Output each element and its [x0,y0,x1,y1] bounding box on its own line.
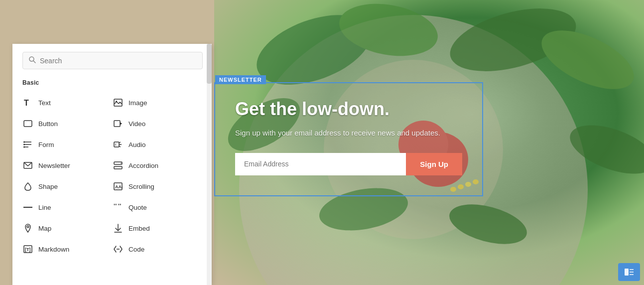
element-video[interactable]: Video [113,113,203,134]
code-label: Code [129,246,144,253]
newsletter-form: Sign Up [235,153,462,175]
form-label: Form [38,141,54,148]
svg-rect-20 [24,121,32,127]
image-icon [113,97,124,108]
markdown-icon: [T] [22,244,33,255]
newsletter-email-input[interactable] [235,153,406,175]
element-shape[interactable]: Shape [22,176,113,197]
svg-marker-22 [120,122,122,125]
line-icon [22,202,33,213]
code-icon [113,244,124,255]
video-label: Video [129,120,145,128]
element-accordion[interactable]: Accordion [113,155,203,176]
svg-text:f: f [115,142,117,147]
element-image[interactable]: Image [113,92,203,113]
svg-rect-21 [114,121,120,127]
scrollbar-track[interactable] [207,44,212,285]
panel-content: Basic T Text Image [12,44,212,268]
svg-text:": " [114,204,117,211]
element-text[interactable]: T Text [22,92,113,113]
scrollbar-thumb[interactable] [207,44,212,84]
svg-line-16 [33,61,35,63]
form-icon [22,139,33,150]
svg-point-28 [23,146,25,148]
element-embed[interactable]: Embed [113,218,203,239]
audio-label: Audio [129,141,146,148]
svg-point-5 [564,116,644,184]
search-icon [29,56,36,65]
newsletter-description: Sign up with your email address to recei… [235,128,462,139]
elements-panel: Basic T Text Image [12,44,212,285]
line-label: Line [38,204,51,211]
quote-label: Quote [129,204,147,211]
embed-icon [113,223,124,234]
button-icon [22,118,33,129]
shape-icon [22,181,33,192]
video-icon [113,118,124,129]
text-icon: T [22,97,33,108]
element-form[interactable]: Form [22,134,113,155]
svg-text:AAA: AAA [115,184,123,189]
newsletter-icon [22,160,33,171]
newsletter-signup-button[interactable]: Sign Up [406,153,462,175]
layout-toggle-button[interactable] [618,263,640,281]
scrolling-label: Scrolling [129,183,154,190]
svg-text:[T]: [T] [25,247,31,252]
svg-point-26 [23,142,25,143]
embed-label: Embed [129,225,150,232]
element-map[interactable]: Map [22,218,113,239]
section-label-basic: Basic [22,79,203,86]
markdown-label: Markdown [38,246,69,253]
newsletter-label: Newsletter [38,162,70,169]
text-label: Text [38,99,51,107]
button-label: Button [38,120,58,128]
map-icon [22,223,33,234]
newsletter-badge: NEWSLETTER [215,75,266,84]
element-audio[interactable]: f Audio [113,134,203,155]
svg-rect-49 [625,269,629,276]
search-bar [22,52,203,69]
svg-text:": " [118,204,121,211]
element-scrolling[interactable]: AAA Scrolling [113,176,203,197]
map-label: Map [38,225,51,232]
element-markdown[interactable]: [T] Markdown [22,239,113,260]
search-input[interactable] [40,57,196,65]
svg-point-43 [27,226,29,228]
svg-text:T: T [24,99,29,107]
element-button[interactable]: Button [22,113,113,134]
element-quote[interactable]: " " Quote [113,197,203,218]
accordion-icon [113,160,124,171]
shape-label: Shape [38,183,58,190]
scrolling-icon: AAA [113,181,124,192]
svg-point-27 [23,144,25,145]
audio-icon: f [113,139,124,150]
image-label: Image [129,99,147,107]
newsletter-title: Get the low-down. [235,98,462,120]
elements-grid: T Text Image [22,92,203,260]
element-line[interactable]: Line [22,197,113,218]
newsletter-block: NEWSLETTER Get the low-down. Sign up wit… [214,82,483,196]
svg-rect-36 [114,166,122,169]
element-newsletter[interactable]: Newsletter [22,155,113,176]
element-code[interactable]: Code [113,239,203,260]
quote-icon: " " [113,202,124,213]
accordion-label: Accordion [129,162,158,169]
